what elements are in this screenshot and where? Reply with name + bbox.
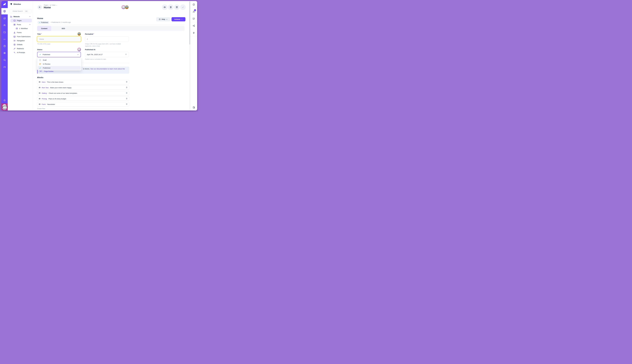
published-at-help-text: Publish now or schedule for later.	[85, 58, 106, 60]
title-input[interactable]	[39, 38, 79, 40]
breadcrumb[interactable]: Pages • Main	[44, 4, 57, 6]
directus-logo-tile[interactable]	[2, 1, 8, 7]
sidebar-item-label: Redirects	[17, 48, 24, 50]
sidebar-item-label: Pages	[17, 20, 22, 22]
rabbit-logo-icon	[3, 2, 6, 6]
published-at-field[interactable]: April 7th, 2025 14:17	[85, 52, 129, 57]
field-editor-avatar[interactable]	[78, 48, 81, 51]
help-button[interactable]: Help	[156, 17, 170, 21]
search-icon	[3, 59, 6, 61]
breadcrumb-collection[interactable]: Pages	[44, 4, 48, 6]
back-button[interactable]	[38, 5, 42, 10]
sidebar-item-pages[interactable]: Pages	[8, 19, 33, 22]
current-user-avatar[interactable]	[2, 104, 8, 110]
block-text: This is the bees knees	[47, 81, 63, 83]
chevron-down-icon[interactable]	[29, 16, 31, 18]
sidebar-item-website[interactable]: Website	[8, 15, 33, 18]
drag-handle-icon[interactable]	[39, 87, 40, 88]
trash-icon[interactable]	[126, 103, 128, 106]
tab-seo[interactable]: SEO	[56, 26, 71, 31]
eye-icon	[164, 6, 166, 8]
block-row-hero[interactable]: Hero: This is the bees knees	[37, 80, 129, 84]
trash-icon[interactable]	[126, 81, 128, 83]
module-help[interactable]	[2, 44, 8, 48]
breadcrumb-version[interactable]: Main	[52, 4, 56, 6]
create-new-label[interactable]: Create New	[37, 108, 45, 110]
sidebar-pending-tasks-button[interactable]	[190, 106, 197, 109]
sidebar-comments-button[interactable]	[190, 15, 197, 22]
module-presence[interactable]	[2, 65, 8, 69]
archive-icon	[176, 6, 178, 8]
sidebar-revisions-button[interactable]: 3	[190, 8, 197, 15]
sidebar-item-form-submissions[interactable]: Form Submissions	[8, 35, 33, 38]
sidebar-item-globals[interactable]: Globals	[8, 43, 33, 46]
preview-button[interactable]	[162, 4, 168, 10]
sidebar-item-redirects[interactable]: Redirects	[8, 47, 33, 50]
tab-content[interactable]: Content	[37, 26, 51, 31]
sidebar-item-forms[interactable]: Forms	[8, 31, 33, 34]
notifications-bell[interactable]	[2, 98, 8, 102]
block-row-form[interactable]: Form: Newsletter	[37, 102, 129, 106]
collaborator-avatar-2[interactable]	[125, 5, 129, 9]
published-meta: • Published At: 2 months ago	[50, 22, 71, 23]
module-files[interactable]	[2, 30, 8, 34]
drag-handle-icon[interactable]	[39, 104, 40, 105]
drag-handle-icon[interactable]	[39, 82, 40, 82]
global-search-input[interactable]	[12, 10, 24, 12]
sidebar-item-label: AI Prompts	[17, 52, 25, 54]
block-text: Plans to fit every budget	[48, 98, 66, 100]
drag-handle-icon[interactable]	[39, 98, 40, 99]
app-window: Directus ⌘K Website Pages Posts 1. Workf…	[2, 1, 197, 110]
help-circle-icon	[159, 18, 161, 20]
sidebar-info-button[interactable]	[190, 1, 197, 8]
permalink-field[interactable]	[85, 36, 129, 42]
block-row-gallery[interactable]: Gallery: Check out some of our latest te…	[37, 91, 129, 95]
field-editor-avatar[interactable]	[78, 32, 81, 36]
project-logo-icon	[10, 3, 12, 5]
revisions-count-badge: 3	[194, 9, 196, 11]
module-editor[interactable]	[2, 16, 8, 20]
sidebar-share-button[interactable]	[190, 22, 197, 29]
module-settings[interactable]	[2, 51, 8, 55]
trash-icon[interactable]	[126, 86, 128, 89]
archive-button[interactable]	[174, 4, 180, 10]
status-option-in-review[interactable]: In Review	[38, 62, 81, 66]
status-select[interactable]: Published	[37, 52, 81, 57]
block-row-rich-text[interactable]: Rich Text: Make your entire team happy	[37, 86, 129, 90]
sidebar-item-ai-prompts[interactable]: AI Prompts	[8, 51, 33, 54]
scrollbar-thumb[interactable]	[190, 2, 190, 44]
sidebar-item-posts[interactable]: Posts	[8, 23, 33, 26]
clear-icon[interactable]	[125, 53, 127, 56]
item-title-heading: Home	[37, 17, 43, 20]
sidebar-flows-button[interactable]	[190, 29, 197, 36]
project-brand[interactable]: Directus	[10, 3, 21, 5]
trash-icon[interactable]	[126, 92, 128, 94]
tab-label: Content	[41, 28, 47, 30]
actions-button[interactable]: Actions	[172, 17, 186, 21]
chevron-up-icon	[77, 54, 79, 56]
status-option-published[interactable]: Published	[38, 66, 81, 70]
module-users[interactable]	[2, 23, 8, 27]
info-icon	[192, 3, 195, 6]
module-search[interactable]	[2, 58, 8, 62]
sidebar-item-workflow[interactable]: 1. Workflow	[8, 27, 33, 30]
title-field[interactable]	[37, 36, 81, 42]
module-content-active[interactable]	[2, 8, 8, 14]
page-title: Home	[44, 6, 51, 9]
block-type: Form:	[42, 104, 46, 105]
global-search-box[interactable]: ⌘K	[9, 9, 32, 13]
save-button[interactable]	[180, 4, 186, 10]
trash-icon[interactable]	[126, 98, 128, 100]
project-name: Directus	[14, 3, 21, 5]
module-insights[interactable]	[2, 37, 8, 41]
sidebar-item-navigation[interactable]: Navigation	[8, 39, 33, 42]
block-row-pricing[interactable]: Pricing: Plans to fit every budget	[37, 96, 129, 101]
block-type: Rich Text:	[42, 87, 49, 88]
scrollbar-track[interactable]	[189, 1, 190, 110]
delete-button[interactable]	[168, 4, 174, 10]
status-option-draft[interactable]: Draft	[38, 58, 81, 62]
chevron-down-icon[interactable]	[29, 24, 31, 26]
permalink-input[interactable]	[87, 38, 127, 40]
drag-handle-icon[interactable]	[39, 93, 40, 94]
option-label: Published	[43, 67, 50, 69]
